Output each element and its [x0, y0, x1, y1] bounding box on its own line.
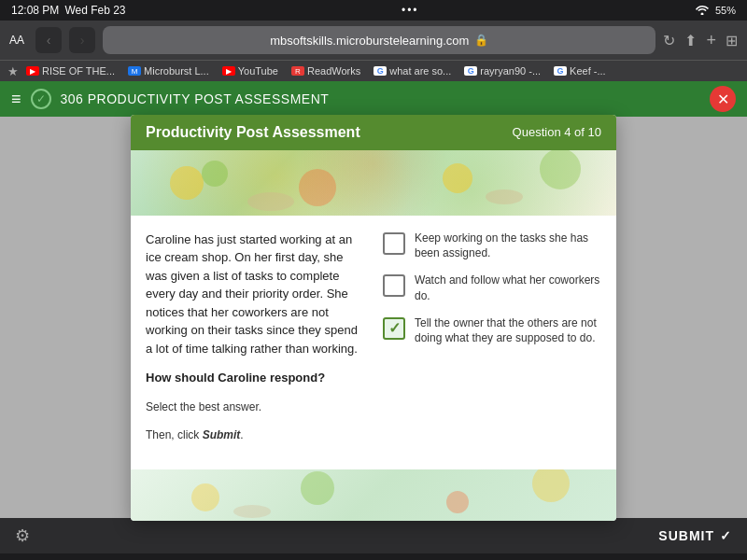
quiz-title: Productivity Post Assessment: [146, 124, 360, 141]
svg-point-0: [170, 166, 204, 200]
option-row-1: Keep working on the tasks she has been a…: [383, 231, 601, 262]
instruction-text: Select the best answer.: [146, 400, 261, 413]
quiz-body: Caroline has just started working at an …: [131, 216, 616, 469]
bookmark-readworks[interactable]: R ReadWorks: [286, 63, 366, 78]
add-tab-icon[interactable]: +: [706, 31, 716, 50]
instruction-line2: Then, click Submit.: [146, 427, 364, 443]
bookmark-youtube[interactable]: ▶ YouTube: [217, 63, 284, 78]
svg-point-9: [446, 491, 469, 513]
g-icon-2: G: [464, 66, 477, 76]
yt-icon-rise: ▶: [26, 66, 39, 76]
app-toolbar: ≡ ✓ 306 PRODUCTIVITY POST ASSESSMENT ✕: [0, 81, 747, 117]
back-button[interactable]: ‹: [35, 27, 62, 53]
svg-point-2: [299, 169, 336, 206]
tabs-icon[interactable]: ⊞: [726, 32, 738, 49]
option-row-2: Watch and follow what her coworkers do.: [383, 273, 601, 304]
quiz-header: Productivity Post Assessment Question 4 …: [131, 115, 616, 150]
quiz-options: Keep working on the tasks she has been a…: [383, 231, 601, 455]
url-text: mbsoftskills.microburstelearning.com: [270, 34, 469, 48]
bookmark-youtube-label: YouTube: [238, 65, 278, 77]
bookmark-rise[interactable]: ▶ RISE OF THE...: [21, 63, 120, 78]
bookmark-rayryan-label: rayryan90 -...: [480, 65, 541, 77]
submit-checkmark: ✓: [720, 528, 732, 543]
option-text-2: Watch and follow what her coworkers do.: [415, 273, 601, 304]
toolbar-title: 306 PRODUCTIVITY POST ASSESSMENT: [61, 91, 330, 106]
date: Wed Feb 23: [64, 4, 125, 17]
bookmark-google1[interactable]: G what are so...: [368, 63, 457, 78]
quiz-card: Productivity Post Assessment Question 4 …: [131, 115, 616, 521]
bookmark-microburst-label: Microburst L...: [144, 65, 209, 77]
yt-icon-youtube: ▶: [222, 66, 235, 76]
bookmarks-star: ★: [7, 64, 19, 78]
settings-icon[interactable]: ⚙: [15, 525, 30, 546]
svg-point-5: [247, 192, 294, 211]
bookmark-microburst[interactable]: M Microburst L...: [122, 63, 215, 78]
bookmark-readworks-label: ReadWorks: [307, 65, 360, 77]
svg-point-10: [532, 469, 570, 502]
bookmark-rise-label: RISE OF THE...: [42, 65, 115, 77]
option-checkbox-2[interactable]: [383, 274, 405, 297]
rw-icon: R: [291, 66, 304, 76]
svg-point-11: [233, 505, 271, 518]
bookmark-keef-label: Keef -...: [570, 65, 606, 77]
svg-point-8: [301, 471, 334, 505]
bookmarks-bar: ★ ▶ RISE OF THE... M Microburst L... ▶ Y…: [0, 60, 747, 81]
g-icon-3: G: [554, 66, 567, 76]
submit-label: SUBMIT: [658, 528, 714, 543]
option-checkbox-3[interactable]: [383, 317, 405, 340]
question-number: Question 4 of 10: [513, 125, 601, 139]
quiz-question: Caroline has just started working at an …: [146, 231, 364, 455]
svg-point-1: [202, 161, 228, 187]
g-icon-1: G: [374, 66, 387, 76]
quiz-image-bottom: [131, 469, 616, 521]
time: 12:08 PM: [11, 4, 59, 17]
share-icon[interactable]: ⬆: [684, 32, 697, 49]
bookmark-keef[interactable]: G Keef -...: [548, 63, 612, 78]
bottom-bar: ⚙ SUBMIT ✓: [0, 518, 747, 553]
address-bar[interactable]: mbsoftskills.microburstelearning.com 🔒: [103, 26, 655, 54]
status-left: 12:08 PM Wed Feb 23: [11, 4, 126, 17]
close-button[interactable]: ✕: [710, 86, 736, 112]
bold-question: How should Caroline respond?: [146, 369, 364, 387]
status-bar: 12:08 PM Wed Feb 23 ••• 55%: [0, 0, 747, 21]
main-content: Productivity Post Assessment Question 4 …: [0, 117, 747, 518]
svg-point-6: [486, 189, 523, 204]
browser-actions: ↻ ⬆ + ⊞: [663, 31, 738, 50]
status-right: 55%: [695, 4, 736, 17]
option-row-3: Tell the owner that the others are not d…: [383, 315, 601, 347]
option-text-3: Tell the owner that the others are not d…: [415, 315, 601, 347]
option-text-1: Keep working on the tasks she has been a…: [415, 231, 601, 262]
aa-label[interactable]: AA: [9, 34, 24, 47]
reload-icon[interactable]: ↻: [663, 32, 675, 49]
wifi-icon: [695, 4, 710, 17]
svg-point-3: [443, 163, 472, 193]
bookmark-rayryan[interactable]: G rayryan90 -...: [458, 63, 546, 78]
submit-bold: Submit: [203, 428, 241, 441]
lock-icon: 🔒: [474, 34, 488, 47]
status-dots: •••: [402, 4, 419, 17]
svg-point-4: [540, 150, 581, 189]
check-circle-icon: ✓: [31, 89, 51, 109]
forward-button[interactable]: ›: [69, 27, 95, 53]
bookmark-google1-label: what are so...: [389, 65, 451, 77]
battery: 55%: [715, 5, 736, 16]
option-checkbox-1[interactable]: [383, 232, 405, 255]
submit-button[interactable]: SUBMIT ✓: [658, 528, 732, 543]
svg-point-7: [191, 483, 219, 511]
browser-chrome: AA ‹ › mbsoftskills.microburstelearning.…: [0, 21, 747, 60]
mb-icon-microburst: M: [128, 66, 141, 76]
menu-icon[interactable]: ≡: [11, 90, 21, 109]
instruction-line1: Select the best answer.: [146, 399, 364, 415]
question-text: Caroline has just started working at an …: [146, 231, 364, 358]
quiz-image-top: [131, 150, 616, 216]
